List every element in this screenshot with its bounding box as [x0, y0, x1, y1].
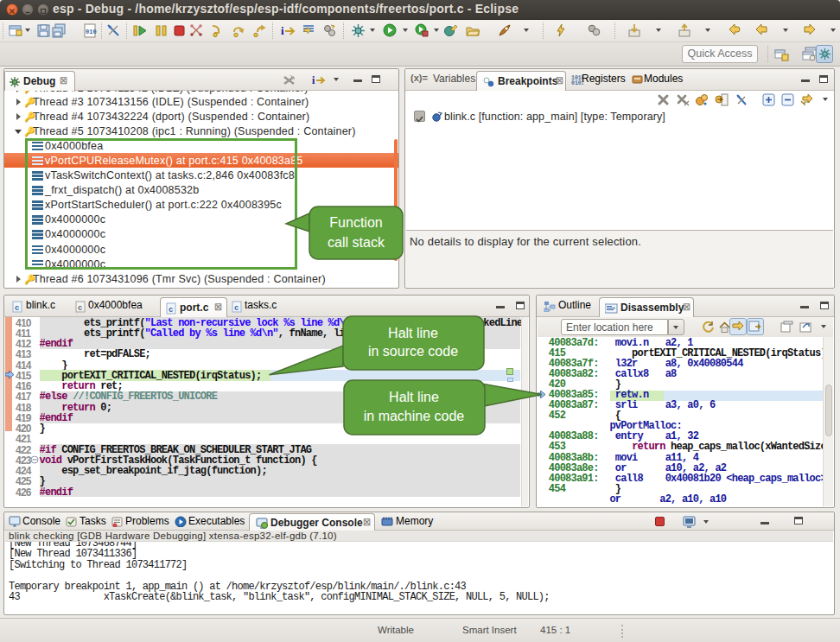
svg-text:c: c: [15, 304, 19, 313]
svg-text:call stack: call stack: [328, 235, 385, 250]
svg-text:Halt line: Halt line: [388, 326, 438, 340]
svg-text:i: i: [312, 74, 315, 86]
svg-text:c: c: [234, 304, 239, 313]
svg-text:c: c: [78, 304, 82, 313]
svg-text:010: 010: [86, 29, 97, 35]
svg-text:in machine code: in machine code: [364, 409, 465, 423]
svg-text:Halt line: Halt line: [389, 390, 439, 404]
svg-text:Function: Function: [329, 215, 382, 230]
svg-text:in source code: in source code: [368, 344, 458, 359]
svg-text:i: i: [281, 24, 284, 37]
svg-text:c: c: [169, 306, 173, 315]
